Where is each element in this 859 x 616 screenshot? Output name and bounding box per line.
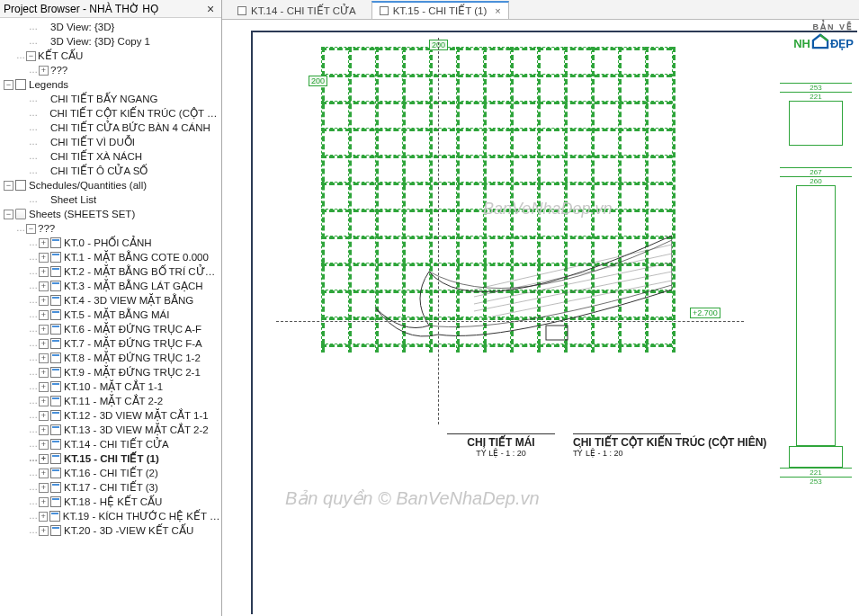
sheet-item[interactable]: …+KT.18 - HỆ KẾT CẤU [0, 495, 221, 509]
sheet-item[interactable]: …+KT.9 - MẶT ĐỨNG TRỤC 2-1 [0, 365, 221, 379]
legend-item[interactable]: …CHI TIẾT CỘT KIẾN TRÚC (CỘT HIÊN) [0, 106, 221, 121]
expand-icon[interactable]: + [39, 526, 49, 536]
expand-icon[interactable]: + [39, 425, 49, 435]
category-schedules[interactable]: −Schedules/Quantities (all) [0, 178, 221, 192]
ic-sheet-icon [50, 324, 61, 335]
panel-title: Project Browser - NHÀ THỜ HỌ [4, 3, 203, 15]
expand-icon[interactable]: + [39, 382, 49, 392]
sheet-item[interactable]: …+KT.2 - MẶT BẰNG BỐ TRÍ CỬA Đ [0, 264, 221, 279]
tree-label: KT.1 - MẶT BẰNG COTE 0.000 [64, 250, 209, 264]
sheets-group[interactable]: …−??? [0, 221, 221, 236]
tree-label: KT.2 - MẶT BẰNG BỐ TRÍ CỬA Đ [64, 264, 221, 279]
close-icon[interactable]: × [203, 3, 218, 15]
expand-icon[interactable]: + [39, 440, 49, 450]
sheet-item[interactable]: …+KT.1 - MẶT BẰNG COTE 0.000 [0, 250, 221, 264]
expand-icon[interactable]: + [39, 397, 49, 406]
tab-label: KT.14 - CHI TIẾT CỬA [251, 4, 356, 17]
tree-label: KT.9 - MẶT ĐỨNG TRỤC 2-1 [64, 365, 201, 379]
sheet-item[interactable]: …+KT.15 - CHI TIẾT (1) [0, 451, 221, 466]
expand-icon[interactable]: + [39, 469, 49, 478]
expand-icon[interactable]: − [4, 80, 13, 90]
expand-icon[interactable]: + [39, 310, 49, 320]
expand-icon[interactable]: − [26, 224, 36, 234]
sheet-item[interactable]: …+KT.14 - CHI TIẾT CỬA [0, 437, 221, 451]
svg-rect-0 [546, 326, 568, 340]
expand-icon[interactable]: + [39, 483, 49, 493]
ic-sheet-icon [50, 237, 61, 248]
expand-icon[interactable]: + [39, 238, 49, 248]
expand-icon[interactable]: − [26, 51, 36, 61]
tree-label: KT.16 - CHI TIẾT (2) [64, 466, 158, 480]
sheet-item[interactable]: …+KT.16 - CHI TIẾT (2) [0, 466, 221, 480]
tree-label: KT.12 - 3D VIEW MẶT CẮT 1-1 [64, 408, 209, 423]
ic-sheet-icon [50, 496, 61, 507]
sheet-item[interactable]: …+KT.8 - MẶT ĐỨNG TRỤC 1-2 [0, 351, 221, 365]
sheet-item[interactable]: …+KT.4 - 3D VIEW MẶT BẰNG [0, 293, 221, 308]
sheet-item[interactable]: …+KT.10 - MẶT CẮT 1-1 [0, 379, 221, 394]
expand-icon[interactable]: − [4, 181, 13, 191]
expand-icon[interactable]: − [4, 210, 13, 219]
tree-label: KT.10 - MẶT CẮT 1-1 [64, 379, 163, 394]
sheet-item[interactable]: …+KT.20 - 3D -VIEW KẾT CẤU [0, 523, 221, 538]
tree-label: KT.19 - KÍCH THƯỚC HỆ KẾT CẤU [63, 509, 221, 523]
tree-label: KT.4 - 3D VIEW MẶT BẰNG [64, 293, 193, 308]
tab-label: KT.15 - CHI TIẾT (1) [393, 4, 488, 17]
expand-icon[interactable]: + [39, 253, 49, 263]
axis-horizontal [276, 321, 744, 322]
sheet-item[interactable]: …+KT.19 - KÍCH THƯỚC HỆ KẾT CẤU [0, 509, 221, 523]
ic-sheet-icon [50, 525, 61, 536]
legend-item[interactable]: …CHI TIẾT XÀ NÁCH [0, 149, 221, 164]
ic-sheet-icon [50, 453, 61, 464]
expand-icon[interactable]: + [39, 267, 49, 277]
expand-icon [39, 37, 49, 47]
sheet-item[interactable]: …+KT.11 - MẶT CẮT 2-2 [0, 394, 221, 408]
expand-icon[interactable]: + [39, 281, 49, 291]
tree-label: Schedules/Quantities (all) [29, 178, 147, 192]
drawing-canvas[interactable]: 200 200 +2.700 [222, 20, 859, 616]
sheet-item[interactable]: …+KT.6 - MẶT ĐỨNG TRỤC A-F [0, 322, 221, 336]
tree-label: KT.13 - 3D VIEW MẶT CẮT 2-2 [64, 423, 209, 437]
document-tab[interactable]: KT.14 - CHI TIẾT CỬA [229, 1, 364, 19]
elevation-marker: +2.700 [690, 308, 720, 318]
expand-icon[interactable]: + [39, 454, 49, 464]
legend-item[interactable]: …CHI TIẾT Ô CỬA SỔ [0, 164, 221, 178]
category-ketcau[interactable]: …−KẾT CẤU [0, 49, 221, 63]
panel-header: Project Browser - NHÀ THỜ HỌ × [0, 0, 221, 18]
document-tab[interactable]: KT.15 - CHI TIẾT (1)× [371, 1, 509, 19]
expand-icon[interactable]: + [39, 368, 49, 378]
expand-icon[interactable]: + [39, 296, 49, 306]
view-item[interactable]: …3D View: {3D} [0, 20, 221, 34]
tree-label: KT.14 - CHI TIẾT CỬA [64, 437, 169, 451]
category-legends[interactable]: −Legends [0, 77, 221, 92]
close-icon[interactable]: × [495, 5, 500, 16]
expand-icon[interactable]: + [39, 66, 49, 76]
ketcau-sub[interactable]: …+??? [0, 63, 221, 77]
sheet-item[interactable]: …+KT.5 - MẶT BẰNG MÁI [0, 308, 221, 322]
sheet-item[interactable]: …+KT.12 - 3D VIEW MẶT CẮT 1-1 [0, 408, 221, 423]
expand-icon[interactable]: + [39, 512, 48, 522]
expand-icon[interactable]: + [39, 339, 49, 349]
tree-label: ??? [38, 221, 55, 236]
expand-icon[interactable]: + [39, 353, 49, 363]
sheet-item[interactable]: …+KT.13 - 3D VIEW MẶT CẮT 2-2 [0, 423, 221, 437]
tree-label: CHI TIẾT XÀ NÁCH [50, 149, 142, 164]
schedule-item[interactable]: …Sheet List [0, 192, 221, 207]
legend-item[interactable]: …CHI TIẾT VÌ DUỖI [0, 135, 221, 149]
expand-icon[interactable]: + [39, 411, 49, 421]
legend-item[interactable]: …CHI TIẾT BẨY NGANG [0, 92, 221, 106]
sheet-item[interactable]: …+KT.7 - MẶT ĐỨNG TRỤC F-A [0, 336, 221, 351]
tree-label: 3D View: {3D} [50, 20, 114, 34]
column-elevation [796, 185, 836, 446]
tree-label: CHI TIẾT VÌ DUỖI [50, 135, 135, 149]
expand-icon[interactable]: + [39, 497, 49, 507]
expand-icon[interactable]: + [39, 325, 49, 335]
ic-sheet-icon [50, 338, 61, 349]
tree-label: Sheet List [50, 192, 96, 207]
view-item[interactable]: …3D View: {3D} Copy 1 [0, 34, 221, 49]
sheet-item[interactable]: …+KT.0 - PHỐI CẢNH [0, 236, 221, 250]
sheet-item[interactable]: …+KT.17 - CHI TIẾT (3) [0, 480, 221, 495]
sheet-item[interactable]: …+KT.3 - MẶT BẰNG LÁT GẠCH [0, 279, 221, 293]
category-sheets[interactable]: −Sheets (SHEETS SET) [0, 207, 221, 221]
legend-item[interactable]: …CHI TIẾT CỬA BỨC BÀN 4 CÁNH [0, 121, 221, 135]
project-tree[interactable]: …3D View: {3D}…3D View: {3D} Copy 1…−KẾT… [0, 18, 221, 616]
